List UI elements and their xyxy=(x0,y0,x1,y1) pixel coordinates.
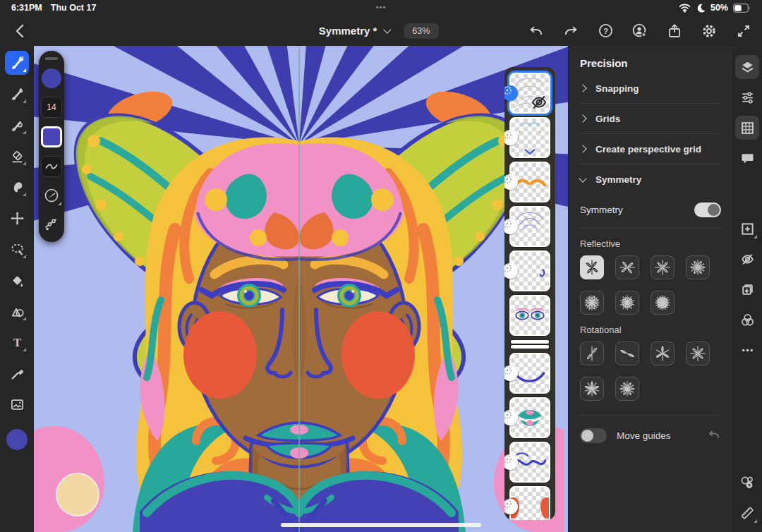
rotational-rotational-5-button[interactable] xyxy=(580,377,604,401)
layer-thumbnail-smile-line[interactable] xyxy=(509,353,550,394)
brush-options-panel[interactable]: 14 xyxy=(39,51,64,242)
do-not-disturb-moon-icon xyxy=(696,0,706,16)
chevron-right-icon xyxy=(579,114,586,122)
section-symmetry[interactable]: Symmetry xyxy=(580,164,721,194)
symmetry-toggle-row: Symmetry xyxy=(580,194,721,225)
comment-panel-button[interactable] xyxy=(735,146,759,170)
layers-panel-button[interactable] xyxy=(735,55,759,79)
document-title-group[interactable]: Symmetry * 63% xyxy=(319,16,439,46)
eyedropper-tool[interactable] xyxy=(5,361,29,385)
section-snapping[interactable]: Snapping xyxy=(580,73,721,103)
layers-filmstrip[interactable] xyxy=(504,67,555,520)
place-image-tool[interactable] xyxy=(5,392,29,416)
chevron-right-icon xyxy=(579,84,586,92)
move-tool[interactable] xyxy=(5,206,29,230)
panel-title: Precision xyxy=(580,57,721,69)
layer-thumbnail-lips[interactable] xyxy=(509,397,550,438)
reflective-reflective-vertical-button[interactable] xyxy=(580,255,604,279)
selected-color-swatch[interactable] xyxy=(41,126,62,147)
brush-settings-panel-button[interactable] xyxy=(735,85,759,109)
smoothing-button[interactable] xyxy=(41,156,62,177)
help-button[interactable]: ? xyxy=(597,23,614,40)
date: Thu Oct 17 xyxy=(51,3,97,13)
redo-button[interactable] xyxy=(562,23,579,40)
layer-thumbnail-lace-pattern[interactable] xyxy=(509,206,550,247)
add-layer-button[interactable] xyxy=(735,217,759,241)
taper-button[interactable] xyxy=(42,186,61,205)
document-title[interactable]: Symmetry * xyxy=(319,25,377,37)
home-indicator[interactable] xyxy=(281,523,481,527)
multitask-dots-icon[interactable]: ••• xyxy=(376,3,387,11)
collapsed-layers-stack[interactable] xyxy=(511,340,549,349)
svg-text:?: ? xyxy=(603,27,608,35)
move-guides-label: Move guides xyxy=(617,430,671,441)
fill-tool[interactable] xyxy=(5,268,29,292)
move-guides-toggle[interactable] xyxy=(580,428,607,443)
timelapse-button[interactable] xyxy=(735,471,759,495)
layer-thumbnail-collar-lines[interactable] xyxy=(509,442,550,483)
adobe-fresco-app: 6:31PM Thu Oct 17 ••• 50% Symmetry * 63% xyxy=(0,0,762,532)
zoom-level-badge[interactable]: 63% xyxy=(404,23,438,39)
section-create-perspective-grid[interactable]: Create perspective grid xyxy=(580,133,721,164)
layer-thumbnail-cheeks[interactable] xyxy=(509,486,550,520)
chevron-down-icon xyxy=(579,174,586,182)
smudge-tool[interactable] xyxy=(5,175,29,199)
reflective-options-grid xyxy=(580,255,722,315)
settings-gear-icon[interactable] xyxy=(701,23,718,40)
rotational-label: Rotational xyxy=(580,325,721,335)
rotational-rotational-3-button[interactable] xyxy=(651,341,675,365)
active-color-swatch[interactable] xyxy=(6,429,28,450)
mixer-brush-tool[interactable] xyxy=(5,113,29,137)
drawing-canvas[interactable] xyxy=(34,46,568,532)
reflective-reflective-hex-button[interactable] xyxy=(686,255,710,279)
battery-icon xyxy=(732,0,751,16)
reflective-reflective-horizontal-button[interactable] xyxy=(615,255,639,279)
rotational-rotational-4-button[interactable] xyxy=(686,341,710,365)
reflective-reflective-quad-button[interactable] xyxy=(651,255,675,279)
brush-size-field[interactable]: 14 xyxy=(41,97,62,118)
live-brush-tool[interactable] xyxy=(5,82,29,106)
precision-panel-button[interactable] xyxy=(735,116,759,140)
shapes-tool[interactable] xyxy=(5,299,29,323)
tool-rail: T xyxy=(0,46,34,532)
share-button[interactable] xyxy=(666,23,683,40)
text-tool[interactable]: T xyxy=(5,330,29,354)
move-guides-row: Move guides xyxy=(580,418,721,452)
rotational-rotational-2-diagonal-button[interactable] xyxy=(615,341,639,365)
svg-text:T: T xyxy=(13,336,20,349)
wifi-icon xyxy=(679,3,691,13)
section-grids[interactable]: Grids xyxy=(580,103,721,133)
eraser-tool[interactable] xyxy=(5,144,29,168)
undo-button[interactable] xyxy=(528,23,545,40)
reflective-label: Reflective xyxy=(580,238,721,249)
layer-thumbnail-small-mark[interactable] xyxy=(509,250,550,291)
select-lasso-tool[interactable] xyxy=(5,237,29,261)
reflective-reflective-10-button[interactable] xyxy=(615,291,639,315)
precision-panel: Precision Snapping Grids Create perspect… xyxy=(568,46,732,532)
pixel-brush-tool[interactable] xyxy=(5,51,29,75)
clock: 6:31PM xyxy=(11,3,42,13)
battery-percent: 50% xyxy=(710,3,728,13)
drag-handle[interactable] xyxy=(45,57,58,60)
reset-guides-icon[interactable] xyxy=(707,430,721,441)
ruler-button[interactable] xyxy=(735,501,759,525)
layer-visibility-button[interactable] xyxy=(735,247,759,271)
reflective-reflective-8-button[interactable] xyxy=(580,291,604,315)
rotational-rotational-2-vertical-button[interactable] xyxy=(580,341,604,365)
symmetry-toggle[interactable] xyxy=(694,202,721,217)
blend-modes-button[interactable] xyxy=(735,308,759,332)
brush-settings-button[interactable] xyxy=(42,214,61,234)
invite-account-button[interactable] xyxy=(631,23,648,40)
back-button[interactable] xyxy=(10,21,30,41)
chevron-down-icon xyxy=(383,25,391,33)
layer-thumbnail-face-guides[interactable] xyxy=(509,117,550,158)
layer-thumbnail-sketch[interactable] xyxy=(509,73,550,114)
reflective-reflective-16-button[interactable] xyxy=(651,291,675,315)
layer-thumbnail-eyes[interactable] xyxy=(509,295,550,336)
merge-down-button[interactable] xyxy=(735,277,759,301)
more-options-button[interactable] xyxy=(735,338,759,362)
rotational-rotational-6-button[interactable] xyxy=(615,377,639,401)
layer-thumbnail-eyebrows[interactable] xyxy=(509,162,550,202)
fullscreen-expand-icon[interactable] xyxy=(735,23,752,40)
brush-color-swatch[interactable] xyxy=(42,68,61,88)
